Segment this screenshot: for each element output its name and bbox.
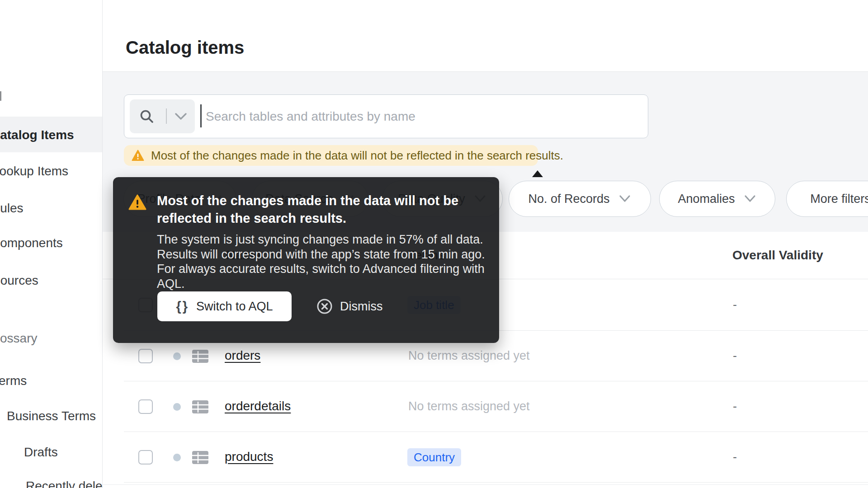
sidebar-item-lookup-items[interactable]: Lookup Items bbox=[0, 164, 103, 179]
tooltip-title: Most of the changes made in the data wil… bbox=[157, 192, 458, 227]
chevron-down-icon[interactable] bbox=[173, 112, 189, 122]
table-row[interactable]: products Country - bbox=[103, 432, 868, 483]
validity-value: - bbox=[733, 349, 737, 363]
code-braces-icon: {} bbox=[176, 299, 189, 314]
warning-triangle-icon bbox=[128, 194, 146, 211]
search-scope-selector[interactable] bbox=[130, 99, 195, 133]
search-icon bbox=[139, 108, 155, 125]
app-window: Catalog Items Lookup Items Rules Compone… bbox=[0, 0, 868, 488]
term-tag[interactable]: Country bbox=[407, 448, 461, 466]
status-dot bbox=[173, 454, 181, 461]
sidebar-item-terms[interactable]: Terms bbox=[0, 373, 103, 389]
table-entity-icon bbox=[192, 450, 209, 465]
sync-info-tooltip: Most of the changes made in the data wil… bbox=[113, 177, 499, 343]
sidebar-item-recently-deleted[interactable]: Recently deleted bbox=[0, 479, 103, 488]
sidebar-item-sources[interactable]: Sources bbox=[0, 273, 103, 288]
table-entity-icon bbox=[192, 400, 209, 414]
tooltip-body: The system is just syncing changes made … bbox=[157, 232, 499, 291]
sidebar-item-rules[interactable]: Rules bbox=[0, 201, 103, 216]
table-entity-icon bbox=[192, 349, 209, 363]
chevron-down-icon bbox=[618, 194, 632, 203]
sync-warning-text: Most of the changes made in the data wil… bbox=[151, 149, 563, 163]
chevron-down-icon bbox=[743, 194, 757, 203]
bottom-divider bbox=[0, 484, 868, 485]
sync-warning-banner: Most of the changes made in the data wil… bbox=[124, 145, 538, 166]
search-input[interactable]: Search tables and attributes by name bbox=[124, 94, 648, 138]
catalog-item-link[interactable]: orderdetails bbox=[225, 399, 291, 413]
catalog-item-link[interactable]: products bbox=[225, 450, 273, 464]
row-checkbox[interactable] bbox=[138, 450, 153, 465]
sidebar: Catalog Items Lookup Items Rules Compone… bbox=[0, 0, 103, 488]
row-separator bbox=[124, 482, 868, 483]
page-title: Catalog items bbox=[126, 38, 244, 58]
row-checkbox[interactable] bbox=[138, 399, 153, 414]
search-divider bbox=[166, 108, 167, 124]
status-dot bbox=[173, 352, 181, 360]
validity-value: - bbox=[733, 450, 737, 464]
table-row[interactable]: orderdetails No terms assigned yet - bbox=[103, 381, 868, 432]
dismiss-button[interactable]: Dismiss bbox=[314, 291, 386, 321]
validity-value: - bbox=[733, 399, 737, 413]
warning-triangle-icon bbox=[132, 150, 144, 161]
validity-value: - bbox=[733, 298, 737, 312]
search-placeholder: Search tables and attributes by name bbox=[206, 95, 415, 139]
row-checkbox[interactable] bbox=[138, 349, 153, 363]
switch-to-aql-button[interactable]: {} Switch to AQL bbox=[157, 291, 292, 321]
filter-chip-no-of-records[interactable]: No. of Records bbox=[509, 181, 651, 217]
clipped-icon-fragment bbox=[0, 91, 1, 101]
status-dot bbox=[173, 403, 181, 411]
tooltip-pointer-icon bbox=[532, 170, 543, 177]
filter-chip-anomalies[interactable]: Anomalies bbox=[659, 181, 775, 217]
more-filters-button[interactable]: More filters bbox=[786, 181, 868, 217]
column-header-overall-validity[interactable]: Overall Validity bbox=[732, 248, 823, 263]
text-caret bbox=[200, 104, 202, 127]
catalog-item-link[interactable]: orders bbox=[225, 348, 260, 363]
sidebar-item-catalog-items[interactable]: Catalog Items bbox=[0, 127, 103, 143]
terms-empty-text: No terms assigned yet bbox=[408, 399, 530, 413]
dismiss-circle-icon bbox=[316, 298, 333, 314]
sidebar-item-components[interactable]: Components bbox=[0, 235, 103, 251]
sidebar-item-business-terms[interactable]: Business Terms bbox=[0, 408, 103, 424]
sidebar-section-glossary: Glossary bbox=[0, 331, 103, 346]
sidebar-item-drafts[interactable]: Drafts bbox=[0, 445, 103, 460]
terms-empty-text: No terms assigned yet bbox=[408, 349, 530, 363]
